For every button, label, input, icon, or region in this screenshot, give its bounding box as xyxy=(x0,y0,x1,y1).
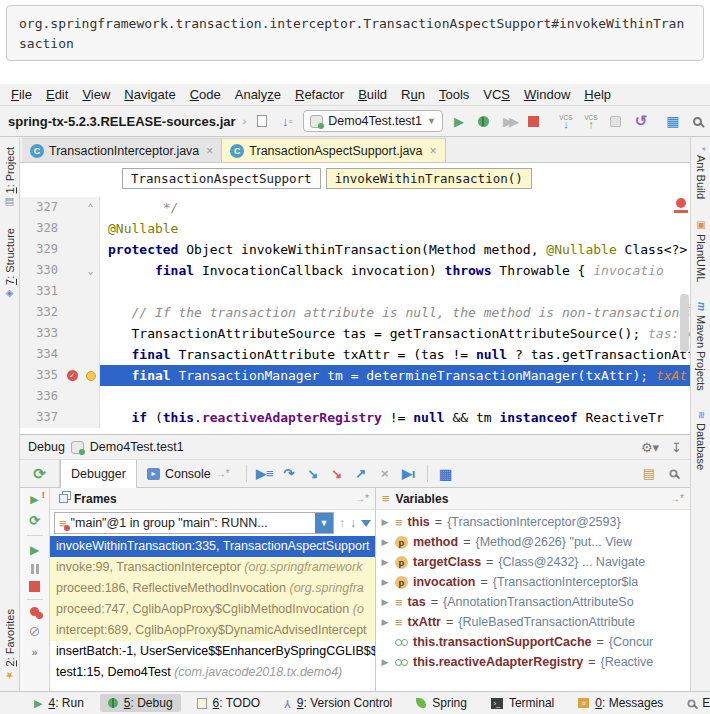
code-text[interactable] xyxy=(100,386,690,407)
menu-item-window[interactable]: Window xyxy=(517,86,577,103)
expand-arrow-icon[interactable]: ▶ xyxy=(380,557,390,567)
show-execution-point-icon[interactable]: ▶≡ xyxy=(253,460,277,487)
menu-item-help[interactable]: Help xyxy=(577,86,618,103)
code-text[interactable] xyxy=(100,281,690,302)
editor-scrollbar[interactable] xyxy=(680,294,689,352)
menu-item-view[interactable]: View xyxy=(75,86,117,103)
menu-item-build[interactable]: Build xyxy=(351,86,394,103)
tool-stripe-button-2-favorites[interactable]: ★2: Favorites xyxy=(4,609,16,681)
stop-icon[interactable] xyxy=(29,581,40,592)
menu-item-edit[interactable]: Edit xyxy=(39,86,75,103)
float-indicator-icon[interactable]: →* xyxy=(355,493,369,504)
chevron-down-icon[interactable]: ▼ xyxy=(315,513,333,533)
frame-up-icon[interactable]: ↑ xyxy=(339,516,345,530)
expand-arrow-icon[interactable]: ▶ xyxy=(380,517,390,527)
evaluate-expression-icon[interactable]: ▦ xyxy=(434,460,458,487)
rollback-button[interactable]: ↺ xyxy=(632,111,650,131)
force-step-into-icon[interactable]: ↘ xyxy=(325,460,349,487)
run-to-cursor-icon[interactable]: ▶ı xyxy=(397,460,421,487)
fold-expand-icon[interactable]: ⌄ xyxy=(87,260,93,281)
stop-button[interactable] xyxy=(525,111,543,131)
search-everywhere-icon[interactable] xyxy=(689,111,707,131)
variable-row[interactable]: ▶ptargetClass={Class@2432} ... Navigate xyxy=(376,552,690,572)
vcs-commit-button[interactable]: VCS↑ xyxy=(582,111,600,131)
coverage-button[interactable]: ▶▶ xyxy=(500,111,518,131)
analyze-stacktrace-icon[interactable] xyxy=(669,466,678,481)
menu-item-vcs[interactable]: VCS xyxy=(476,86,517,103)
code-text[interactable]: protected Object invokeWithinTransaction… xyxy=(100,239,690,260)
variable-row[interactable]: ▶≡txAttr={RuleBasedTransactionAttribute xyxy=(376,612,690,632)
debug-button[interactable] xyxy=(475,111,493,131)
tab-console[interactable]: ▸ Console →* xyxy=(137,460,240,487)
more-icon[interactable]: » xyxy=(31,646,37,658)
frame-row[interactable]: test1:15, Demo4Test (com.javacode2018.tx… xyxy=(50,662,375,683)
menu-item-analyze[interactable]: Analyze xyxy=(228,86,288,103)
menu-item-refactor[interactable]: Refactor xyxy=(288,86,351,103)
code-text[interactable]: */ xyxy=(100,197,690,218)
menu-item-file[interactable]: File xyxy=(4,86,39,103)
step-out-icon[interactable]: ↗ xyxy=(349,460,373,487)
variable-row[interactable]: ▶this.reactiveAdapterRegistry={Reactive xyxy=(376,652,690,672)
close-icon[interactable]: × xyxy=(206,144,213,158)
variable-row[interactable]: this.transactionSupportCache={Concur xyxy=(376,632,690,652)
rerun-failed-icon[interactable]: ▶! xyxy=(30,493,38,506)
view-breakpoints-icon[interactable] xyxy=(30,607,39,616)
tool-stripe-button-7-structure[interactable]: ◈7: Structure xyxy=(4,228,16,300)
variable-row[interactable]: ▶≡tas={AnnotationTransactionAttributeSo xyxy=(376,592,690,612)
tab-debugger[interactable]: Debugger xyxy=(60,460,137,488)
intention-bulb-icon[interactable] xyxy=(86,371,96,381)
frame-down-icon[interactable]: ↓ xyxy=(350,516,356,530)
expand-arrow-icon[interactable]: ▶ xyxy=(380,657,390,667)
reload-classes-icon[interactable]: ⟳ xyxy=(29,513,40,528)
drop-frame-icon[interactable]: × xyxy=(373,460,397,487)
code-text[interactable]: if (this.reactiveAdapterRegistry != null… xyxy=(100,407,690,428)
code-text[interactable]: @Nullable xyxy=(100,218,690,239)
variable-row[interactable]: ▶pmethod={Method@2626} "put... View xyxy=(376,532,690,552)
statusbar-button-4-run[interactable]: ▶4: Run xyxy=(26,694,92,712)
frame-row[interactable]: invokeWithinTransaction:335, Transaction… xyxy=(50,536,375,557)
step-over-icon[interactable]: ↷ xyxy=(277,460,301,487)
expand-arrow-icon[interactable]: ▶ xyxy=(380,617,390,627)
fold-collapse-icon[interactable]: ⌃ xyxy=(87,197,93,218)
error-indicator-icon[interactable] xyxy=(676,198,686,208)
gear-icon[interactable]: ⚙▾ xyxy=(641,440,659,455)
editor-tab-transactioninterceptor-java[interactable]: CTransactionInterceptor.java× xyxy=(22,138,222,162)
code-text[interactable]: // If the transaction attribute is null,… xyxy=(100,302,690,323)
menu-item-code[interactable]: Code xyxy=(183,86,228,103)
tool-stripe-button-maven-projects[interactable]: mMaven Projects xyxy=(695,302,707,391)
statusbar-button-event[interactable]: Event xyxy=(679,694,710,712)
breadcrumb-chip[interactable]: invokeWithinTransaction() xyxy=(326,168,532,189)
statusbar-button-6-todo[interactable]: 6: TODO xyxy=(189,694,269,712)
code-text[interactable]: final TransactionManager tm = determineT… xyxy=(100,365,690,386)
statusbar-button-0-messages[interactable]: ≡0: Messages xyxy=(570,694,671,712)
expand-arrow-icon[interactable]: ▶ xyxy=(380,537,390,547)
frame-row[interactable]: proceed:186, ReflectiveMethodInvocation … xyxy=(50,578,375,599)
variable-row[interactable]: ▶pinvocation={TransactionInterceptor$la xyxy=(376,572,690,592)
code-text[interactable]: TransactionAttributeSource tas = getTran… xyxy=(100,323,690,344)
run-button[interactable]: ▶ xyxy=(450,111,468,131)
float-indicator-icon[interactable]: →* xyxy=(670,493,684,504)
frame-row[interactable]: intercept:689, CglibAopProxy$DynamicAdvi… xyxy=(50,620,375,641)
step-into-icon[interactable]: ↘ xyxy=(301,460,325,487)
code-text[interactable]: final InvocationCallback invocation) thr… xyxy=(100,260,690,281)
breakpoint-icon[interactable]: ✓ xyxy=(67,370,78,381)
run-configuration-select[interactable]: Demo4Test.test1 ▼ xyxy=(303,110,443,132)
code-text[interactable]: final TransactionAttribute txAttr = (tas… xyxy=(100,344,690,365)
tool-stripe-button-database[interactable]: ≋Database xyxy=(695,411,707,470)
sync-sources-icon[interactable]: ↓≡ xyxy=(278,111,296,131)
rerun-button[interactable]: ⟳ xyxy=(20,460,60,487)
project-structure-icon[interactable]: ▦ xyxy=(664,111,682,131)
statusbar-button-9-version-control[interactable]: Y9: Version Control xyxy=(276,694,400,712)
thread-select[interactable]: ≡ "main"@1 in group "main": RUNN... ▼ xyxy=(54,512,334,534)
frame-row[interactable]: invoke:99, TransactionInterceptor (org.s… xyxy=(50,557,375,578)
filter-icon[interactable] xyxy=(361,520,371,527)
navigation-bar-jar[interactable]: spring-tx-5.2.3.RELEASE-sources.jar xyxy=(8,114,236,129)
resume-icon[interactable]: ▶ xyxy=(30,543,39,557)
tool-stripe-button-plantuml[interactable]: ▣PlantUML xyxy=(695,219,707,282)
menu-item-navigate[interactable]: Navigate xyxy=(117,86,182,103)
file-icon[interactable] xyxy=(253,111,271,131)
frame-row[interactable]: proceed:747, CglibAopProxy$CglibMethodIn… xyxy=(50,599,375,620)
frame-row[interactable]: insertBatch:-1, UserService$$EnhancerByS… xyxy=(50,641,375,662)
thread-dump-icon[interactable]: ▤ xyxy=(643,466,655,481)
tool-stripe-button-ant-build[interactable]: *Ant Build xyxy=(695,147,707,199)
